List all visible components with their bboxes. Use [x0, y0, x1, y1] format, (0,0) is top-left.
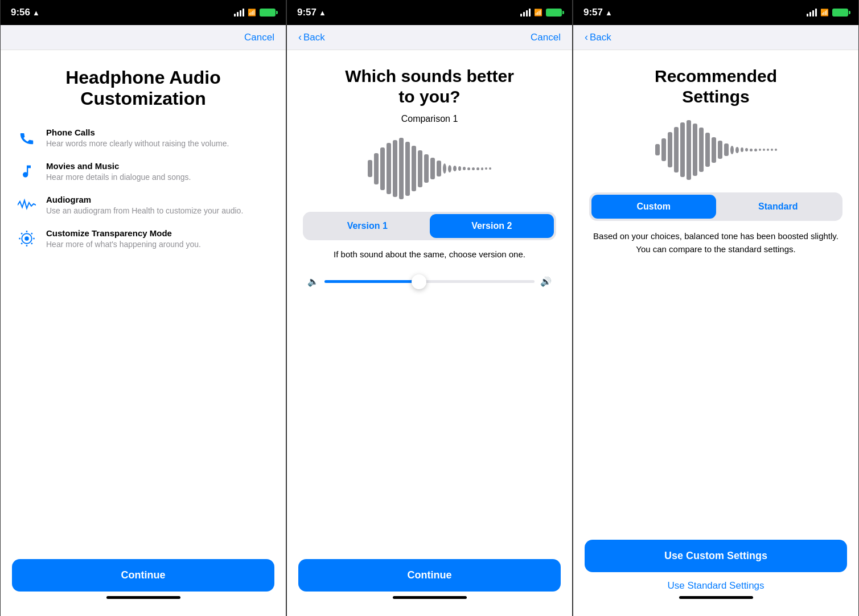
version1-button[interactable]: Version 1	[305, 214, 430, 238]
nav-bar-3: ‹ Back	[573, 25, 858, 50]
screen1-title: Headphone AudioCustomization	[17, 67, 270, 109]
features-list: Phone Calls Hear words more clearly with…	[17, 128, 270, 250]
back-label-2: Back	[303, 32, 325, 43]
toggle-row: Custom Standard	[589, 192, 842, 221]
phone-screen-1: 9:56 ▲ 📶 Cancel Headphone AudioCustomiza…	[0, 0, 286, 616]
time-label-3: 9:57	[583, 7, 603, 18]
phone-screen-2: 9:57 ▲ 📶 ‹ Back Cancel Which	[286, 0, 573, 616]
cancel-button-2[interactable]: Cancel	[531, 32, 561, 43]
version-buttons-row: Version 1 Version 2	[303, 212, 556, 240]
nav-bar-1: Cancel	[1, 25, 286, 50]
bottom-area-2: Continue	[287, 550, 572, 616]
waveform2-container	[303, 134, 556, 203]
phone-icon	[17, 128, 37, 148]
status-bar-2: 9:57 ▲ 📶	[287, 0, 572, 25]
comparison-label: Comparison 1	[303, 114, 556, 124]
use-standard-settings-link[interactable]: Use Standard Settings	[585, 580, 847, 592]
bottom-area-1: Continue	[1, 550, 286, 616]
waveform2	[303, 138, 556, 199]
transparency-icon	[17, 228, 37, 249]
home-indicator-3	[679, 596, 753, 599]
volume-slider-track[interactable]	[324, 280, 535, 283]
feature-desc-audiogram: Use an audiogram from Health to customiz…	[46, 206, 243, 216]
waveform3-container	[589, 118, 842, 181]
back-chevron-3: ‹	[585, 31, 588, 43]
status-time-1: 9:56 ▲	[11, 7, 40, 18]
feature-title-audiogram: Audiogram	[46, 195, 243, 204]
screen3-content: RecommendedSettings	[573, 50, 858, 531]
location-icon-2: ▲	[319, 9, 326, 17]
volume-slider-row: 🔈 🔊	[303, 276, 556, 287]
wifi-icon-1: 📶	[248, 9, 256, 17]
time-label-1: 9:56	[11, 7, 30, 18]
continue-button-1[interactable]: Continue	[12, 559, 274, 592]
screen1-content: Headphone AudioCustomization Phone Calls…	[1, 50, 286, 550]
settings-description: Based on your choices, balanced tone has…	[589, 230, 842, 256]
volume-high-icon: 🔊	[540, 276, 552, 287]
bottom-area-3: Use Custom Settings Use Standard Setting…	[573, 531, 858, 616]
feature-title-phone: Phone Calls	[46, 128, 229, 137]
feature-desc-phone: Hear words more clearly without raising …	[46, 138, 229, 149]
feature-transparency: Customize Transparency Mode Hear more of…	[17, 228, 270, 249]
status-bar-1: 9:56 ▲ 📶	[1, 0, 286, 25]
battery-icon-3	[832, 9, 848, 17]
feature-phone-calls: Phone Calls Hear words more clearly with…	[17, 128, 270, 149]
signal-icon-3	[807, 9, 817, 17]
feature-title-transparency: Customize Transparency Mode	[46, 228, 201, 238]
screen3-title: RecommendedSettings	[589, 66, 842, 107]
slider-fill	[324, 280, 419, 283]
status-bar-3: 9:57 ▲ 📶	[573, 0, 858, 25]
standard-toggle-button[interactable]: Standard	[716, 195, 841, 219]
volume-low-icon: 🔈	[307, 276, 319, 287]
screen2-content: Which sounds betterto you? Comparison 1	[287, 50, 572, 550]
slider-thumb[interactable]	[412, 274, 426, 289]
wifi-icon-2: 📶	[534, 9, 542, 17]
waveform3	[589, 120, 842, 180]
feature-title-music: Movies and Music	[46, 161, 191, 171]
battery-icon-1	[260, 9, 276, 17]
status-icons-2: 📶	[520, 9, 562, 17]
home-indicator-1	[106, 596, 180, 599]
feature-desc-transparency: Hear more of what's happening around you…	[46, 239, 201, 249]
use-custom-settings-button[interactable]: Use Custom Settings	[585, 540, 847, 572]
phone-screen-3: 9:57 ▲ 📶 ‹ Back RecommendedS	[573, 0, 859, 616]
screen2-title: Which sounds betterto you?	[303, 66, 556, 107]
continue-button-2[interactable]: Continue	[298, 559, 561, 592]
feature-desc-music: Hear more details in dialogue and songs.	[46, 172, 191, 182]
back-chevron-2: ‹	[298, 31, 302, 43]
wifi-icon-3: 📶	[820, 9, 829, 17]
status-time-2: 9:57 ▲	[297, 7, 326, 18]
feature-audiogram: Audiogram Use an audiogram from Health t…	[17, 195, 270, 216]
time-label-2: 9:57	[297, 7, 317, 18]
svg-point-0	[24, 236, 29, 241]
nav-bar-2: ‹ Back Cancel	[287, 25, 572, 50]
status-icons-3: 📶	[807, 9, 848, 17]
custom-toggle-button[interactable]: Custom	[591, 195, 716, 219]
comparison-hint: If both sound about the same, choose ver…	[303, 248, 556, 260]
back-button-3[interactable]: ‹ Back	[585, 31, 611, 43]
back-label-3: Back	[590, 32, 611, 43]
home-indicator-2	[393, 596, 467, 599]
version2-button[interactable]: Version 2	[430, 214, 554, 238]
back-button-2[interactable]: ‹ Back	[298, 31, 325, 43]
signal-icon-2	[520, 9, 531, 17]
battery-icon-2	[546, 9, 562, 17]
music-icon	[17, 161, 37, 182]
status-icons-1: 📶	[234, 9, 276, 17]
feature-movies-music: Movies and Music Hear more details in di…	[17, 161, 270, 182]
cancel-button-1[interactable]: Cancel	[244, 32, 274, 43]
location-icon-1: ▲	[32, 9, 40, 17]
location-icon-3: ▲	[605, 9, 613, 17]
signal-icon-1	[234, 9, 244, 17]
audiogram-icon	[17, 195, 37, 215]
status-time-3: 9:57 ▲	[583, 7, 613, 18]
